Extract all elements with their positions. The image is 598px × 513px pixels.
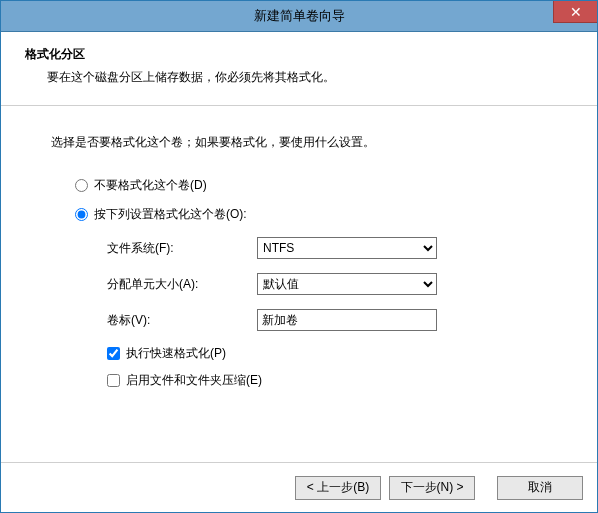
filesystem-row: 文件系统(F): NTFS [107,237,555,259]
radio-noformat[interactable] [75,179,88,192]
window-title: 新建简单卷向导 [1,7,597,25]
titlebar[interactable]: 新建简单卷向导 ✕ [1,1,597,32]
compress-label: 启用文件和文件夹压缩(E) [126,372,262,389]
volumelabel-input[interactable] [257,309,437,331]
close-icon: ✕ [570,5,582,19]
radio-format[interactable] [75,208,88,221]
radio-format-label: 按下列设置格式化这个卷(O): [94,206,247,223]
format-settings: 文件系统(F): NTFS 分配单元大小(A): 默认值 [107,237,555,389]
radio-format-row[interactable]: 按下列设置格式化这个卷(O): [75,206,555,223]
page-header: 格式化分区 要在这个磁盘分区上储存数据，你必须先将其格式化。 [1,32,597,106]
compress-row[interactable]: 启用文件和文件夹压缩(E) [107,372,555,389]
radio-noformat-label: 不要格式化这个卷(D) [94,177,207,194]
quickformat-row[interactable]: 执行快速格式化(P) [107,345,555,362]
back-button[interactable]: < 上一步(B) [295,476,381,500]
quickformat-label: 执行快速格式化(P) [126,345,226,362]
next-button[interactable]: 下一步(N) > [389,476,475,500]
cancel-button[interactable]: 取消 [497,476,583,500]
close-button[interactable]: ✕ [553,1,597,23]
allocation-select[interactable]: 默认值 [257,273,437,295]
button-bar: < 上一步(B) 下一步(N) > 取消 [1,462,597,512]
allocation-label: 分配单元大小(A): [107,276,257,293]
volumelabel-row: 卷标(V): [107,309,555,331]
wizard-window: 新建简单卷向导 ✕ 格式化分区 要在这个磁盘分区上储存数据，你必须先将其格式化。… [0,0,598,513]
page-subtitle: 要在这个磁盘分区上储存数据，你必须先将其格式化。 [47,69,573,86]
page-body: 选择是否要格式化这个卷；如果要格式化，要使用什么设置。 不要格式化这个卷(D) … [1,106,597,462]
page-title: 格式化分区 [25,46,573,63]
radio-noformat-row[interactable]: 不要格式化这个卷(D) [75,177,555,194]
content-area: 格式化分区 要在这个磁盘分区上储存数据，你必须先将其格式化。 选择是否要格式化这… [1,32,597,512]
volumelabel-label: 卷标(V): [107,312,257,329]
filesystem-label: 文件系统(F): [107,240,257,257]
allocation-row: 分配单元大小(A): 默认值 [107,273,555,295]
filesystem-select[interactable]: NTFS [257,237,437,259]
quickformat-checkbox[interactable] [107,347,120,360]
instruction-text: 选择是否要格式化这个卷；如果要格式化，要使用什么设置。 [51,134,555,151]
compress-checkbox[interactable] [107,374,120,387]
